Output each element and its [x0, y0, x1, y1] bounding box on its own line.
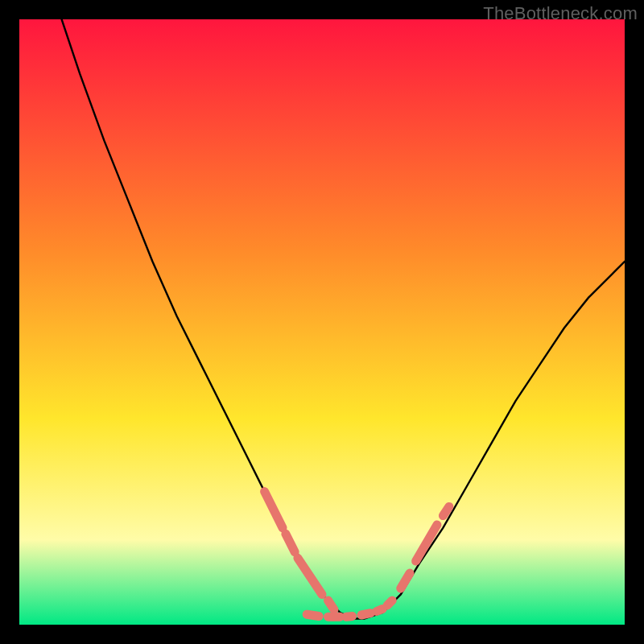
bead-segment: [361, 613, 370, 615]
bead-segment: [346, 617, 353, 617]
bead-segment: [443, 506, 449, 515]
bead-segment: [387, 601, 392, 605]
chart-frame: [19, 19, 625, 625]
brand-watermark: TheBottleneck.com: [483, 3, 638, 24]
bottleneck-chart: [19, 19, 625, 625]
bead-segment: [377, 609, 383, 611]
gradient-background: [19, 19, 625, 625]
bead-segment: [307, 614, 319, 616]
bead-segment: [328, 601, 335, 609]
